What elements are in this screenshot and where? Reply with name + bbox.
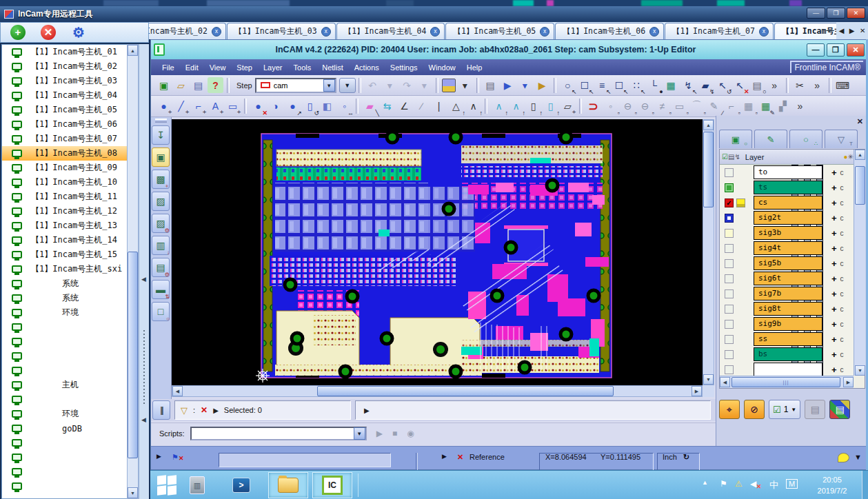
scrollbar-thumb[interactable] [128,252,138,458]
powershell-icon[interactable]: > [230,475,252,496]
reference-x-icon[interactable]: ✕ [457,453,463,462]
reference-play-icon[interactable]: ▶ [442,453,447,460]
layer-colors-menu-icon[interactable]: ▾ [457,77,473,93]
host-list-item[interactable]: 【1】Incam号主机_02 [2,59,127,74]
incam-close-button[interactable]: ✕ [847,43,865,57]
scroll-right-button[interactable]: ▶ [843,377,854,387]
line2-editor-icon[interactable]: ⊖▫ [637,99,653,114]
highlight-icon[interactable]: ↯↖ [680,77,696,93]
host-list-item[interactable]: 【1】Incam号主机_05 [2,103,127,117]
canvas-vertical-scrollbar[interactable]: ▲ ▼ [703,119,714,385]
host-list-item[interactable]: 【1】Incam号主机_03 [2,74,127,88]
layer-list-horizontal-scrollbar[interactable]: ◀ ||| ▶ [720,376,854,388]
network-warning-icon[interactable]: ⚠ [735,479,743,489]
play-script-menu-icon[interactable]: ▾ [517,77,533,93]
help-icon[interactable]: ? [208,77,223,93]
add-connection-button[interactable]: + [10,25,26,40]
layer-context-icon[interactable] [736,214,745,223]
layer-select-checkbox[interactable] [725,289,734,298]
toolbar-grip[interactable] [155,119,167,123]
layer-name-chip[interactable]: cs [754,196,822,210]
add-slot-icon[interactable]: ▭＋ [225,99,241,114]
layer-expand-icon[interactable]: + [831,349,837,360]
host-list[interactable]: 【1】Incam号主机_01 【1】Incam号主机_02 【1】Incam号主… [1,44,127,499]
layer-column-header[interactable]: Layer [745,153,842,161]
taskbar-clock[interactable]: 20:05 2019/7/2 [807,474,858,496]
undo-menu-icon[interactable]: ▾ [382,77,398,93]
layer-select-checkbox[interactable] [725,350,734,359]
pad-editor-icon[interactable]: ◦▫ [603,99,618,114]
measure-icon[interactable]: △↑ [448,99,464,114]
stackup-button[interactable]: ▤ [829,400,850,419]
layer-list-vertical-scrollbar[interactable]: ▲ ▼ [854,150,865,376]
line-editor-icon[interactable]: ⊖▫ [620,99,636,114]
ime-indicator[interactable]: 中 [769,479,778,491]
layer-row[interactable]: sig6t + c [720,271,854,286]
layer-expand-icon[interactable]: + [831,319,837,329]
incam-minimize-button[interactable]: — [807,43,825,57]
layer-name-chip[interactable]: sig3b [754,226,822,240]
keyboard-icon[interactable]: ⌨ [835,77,851,93]
host-list-item[interactable]: 环境 [2,407,127,421]
tab-layers[interactable]: ▣○ [719,130,752,148]
run-script-icon[interactable]: ▶ [376,429,383,438]
magnet-icon[interactable]: ⊃ [585,99,601,114]
layer-context-icon[interactable] [736,244,745,253]
mirror-icon[interactable]: ◧ [319,99,335,114]
scroll-down-button[interactable]: ▼ [855,365,865,376]
layer-name-chip[interactable]: to [754,165,822,179]
layer-name-chip[interactable]: sig4t [754,241,822,255]
pcb-canvas[interactable] [172,119,703,385]
layer-select-checkbox[interactable] [725,229,734,238]
scroll-down-button[interactable]: ▼ [703,374,714,385]
host-list-item[interactable]: 主机 [2,378,127,392]
save-job-icon[interactable]: ▤ [190,77,206,93]
filter-funnel-icon[interactable]: ▽ [181,405,188,416]
scroll-right-button[interactable]: ▶ [692,386,702,396]
layer-name-chip[interactable]: ts [754,181,822,194]
export-tool[interactable]: ▥↓ [152,236,170,255]
host-tab[interactable]: 【1】Incam号主机_03 x [227,23,336,39]
host-list-item[interactable]: 系统 [2,291,127,305]
layer-list[interactable]: to + c ts + c [720,165,854,376]
stop-script-icon[interactable]: ■ [392,429,397,438]
panel-grid-icon[interactable]: ▦ [663,77,679,93]
record-script-icon[interactable]: ◉ [407,429,414,438]
import-job-icon[interactable]: ▱ [173,77,189,93]
menu-item[interactable]: Actions [349,63,385,72]
host-list-item[interactable]: 【1】Incam号主机_07 [2,132,127,146]
host-tab[interactable]: 【1】Incam号主机_02 x [149,23,226,39]
host-list-item[interactable]: 【1】Incam号主机_04 [2,88,127,103]
board-view-tool[interactable]: ▣ [152,147,170,167]
properties-icon[interactable]: ▤○ [749,77,765,93]
layer-row[interactable]: sig8t + c [720,301,854,316]
layer-expand-icon[interactable]: + [831,304,837,314]
layer-row[interactable]: sig9b + c [720,316,854,332]
layer-row[interactable]: bs + c [720,347,854,362]
copy-icon[interactable]: ◑ [268,99,283,114]
layer-select-checkbox[interactable] [725,274,734,283]
fillet-icon[interactable]: ∧↑ [508,99,524,114]
layer-name-chip[interactable]: sig6t [754,272,822,285]
libraries-button[interactable]: ||| [152,400,170,420]
select-group-icon[interactable]: ∷↖ [629,77,645,93]
rotate-icon[interactable]: ▯↺ [302,99,318,114]
host-list-item[interactable]: 系统 [2,276,127,291]
arc-editor-icon[interactable]: ⌒▫ [689,99,705,114]
output-device-icon[interactable]: ▞ [775,99,791,114]
scroll-up-button[interactable]: ▲ [703,120,714,130]
filter-select-icon[interactable]: ≡↖ [594,77,610,93]
layer-context-icon[interactable] [736,350,745,359]
maximize-button[interactable]: ❐ [827,8,845,19]
layer-context-icon[interactable] [736,198,745,207]
host-list-item[interactable] [2,436,127,450]
layer-expand-icon[interactable]: + [831,289,837,299]
layer-context-icon[interactable] [736,305,745,314]
layer-context-icon[interactable] [736,168,745,177]
drill-tool-button[interactable]: ⌖ [719,400,740,419]
host-list-item[interactable] [2,334,127,349]
action-center-icon[interactable]: ⚑ [720,479,727,489]
layer-select-checkbox[interactable] [725,244,734,253]
layer-context-icon[interactable] [736,289,745,298]
align-icon[interactable]: ⇆ [379,99,395,114]
